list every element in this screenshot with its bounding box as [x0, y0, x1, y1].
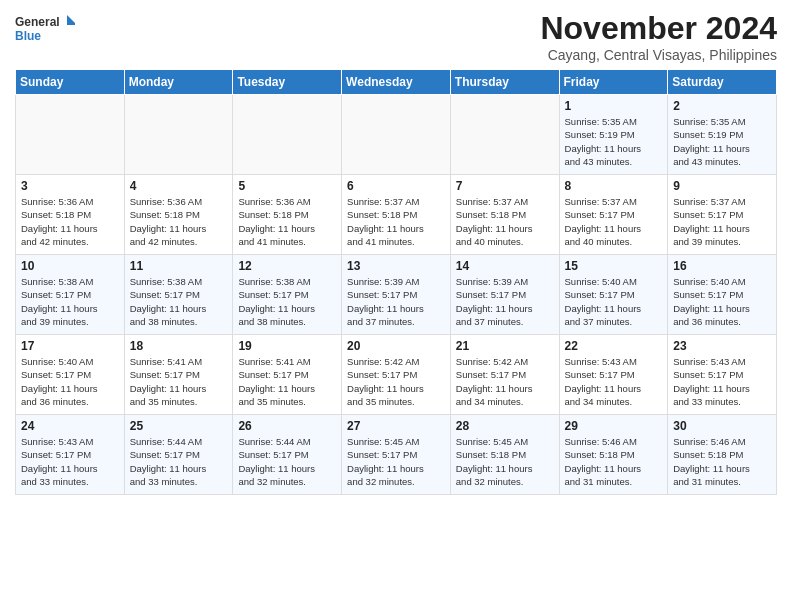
- calendar-cell: 23Sunrise: 5:43 AM Sunset: 5:17 PM Dayli…: [668, 335, 777, 415]
- day-number: 9: [673, 179, 771, 193]
- calendar-cell: 18Sunrise: 5:41 AM Sunset: 5:17 PM Dayli…: [124, 335, 233, 415]
- day-number: 13: [347, 259, 445, 273]
- calendar-cell: [16, 95, 125, 175]
- day-number: 19: [238, 339, 336, 353]
- weekday-header: Friday: [559, 70, 668, 95]
- day-info: Sunrise: 5:40 AM Sunset: 5:17 PM Dayligh…: [21, 355, 119, 408]
- page-header: General Blue November 2024 Cayang, Centr…: [15, 10, 777, 63]
- day-number: 27: [347, 419, 445, 433]
- day-number: 15: [565, 259, 663, 273]
- calendar-week-row: 1Sunrise: 5:35 AM Sunset: 5:19 PM Daylig…: [16, 95, 777, 175]
- day-info: Sunrise: 5:46 AM Sunset: 5:18 PM Dayligh…: [565, 435, 663, 488]
- day-number: 7: [456, 179, 554, 193]
- calendar-cell: 17Sunrise: 5:40 AM Sunset: 5:17 PM Dayli…: [16, 335, 125, 415]
- calendar-cell: 11Sunrise: 5:38 AM Sunset: 5:17 PM Dayli…: [124, 255, 233, 335]
- day-number: 21: [456, 339, 554, 353]
- calendar-week-row: 24Sunrise: 5:43 AM Sunset: 5:17 PM Dayli…: [16, 415, 777, 495]
- day-number: 3: [21, 179, 119, 193]
- day-number: 17: [21, 339, 119, 353]
- logo: General Blue: [15, 10, 75, 50]
- calendar-cell: 9Sunrise: 5:37 AM Sunset: 5:17 PM Daylig…: [668, 175, 777, 255]
- day-info: Sunrise: 5:35 AM Sunset: 5:19 PM Dayligh…: [673, 115, 771, 168]
- day-number: 22: [565, 339, 663, 353]
- calendar-cell: 19Sunrise: 5:41 AM Sunset: 5:17 PM Dayli…: [233, 335, 342, 415]
- calendar-week-row: 3Sunrise: 5:36 AM Sunset: 5:18 PM Daylig…: [16, 175, 777, 255]
- day-number: 26: [238, 419, 336, 433]
- day-info: Sunrise: 5:45 AM Sunset: 5:18 PM Dayligh…: [456, 435, 554, 488]
- day-info: Sunrise: 5:44 AM Sunset: 5:17 PM Dayligh…: [130, 435, 228, 488]
- day-number: 20: [347, 339, 445, 353]
- calendar-week-row: 17Sunrise: 5:40 AM Sunset: 5:17 PM Dayli…: [16, 335, 777, 415]
- calendar-header: SundayMondayTuesdayWednesdayThursdayFrid…: [16, 70, 777, 95]
- day-number: 5: [238, 179, 336, 193]
- calendar-cell: 30Sunrise: 5:46 AM Sunset: 5:18 PM Dayli…: [668, 415, 777, 495]
- calendar-cell: 14Sunrise: 5:39 AM Sunset: 5:17 PM Dayli…: [450, 255, 559, 335]
- day-number: 10: [21, 259, 119, 273]
- calendar-cell: 28Sunrise: 5:45 AM Sunset: 5:18 PM Dayli…: [450, 415, 559, 495]
- weekday-header: Tuesday: [233, 70, 342, 95]
- day-info: Sunrise: 5:43 AM Sunset: 5:17 PM Dayligh…: [565, 355, 663, 408]
- calendar-cell: 1Sunrise: 5:35 AM Sunset: 5:19 PM Daylig…: [559, 95, 668, 175]
- day-number: 25: [130, 419, 228, 433]
- day-number: 8: [565, 179, 663, 193]
- day-number: 24: [21, 419, 119, 433]
- location: Cayang, Central Visayas, Philippines: [540, 47, 777, 63]
- calendar-cell: 12Sunrise: 5:38 AM Sunset: 5:17 PM Dayli…: [233, 255, 342, 335]
- day-info: Sunrise: 5:37 AM Sunset: 5:18 PM Dayligh…: [347, 195, 445, 248]
- day-info: Sunrise: 5:40 AM Sunset: 5:17 PM Dayligh…: [565, 275, 663, 328]
- title-block: November 2024 Cayang, Central Visayas, P…: [540, 10, 777, 63]
- weekday-header: Sunday: [16, 70, 125, 95]
- calendar-cell: 5Sunrise: 5:36 AM Sunset: 5:18 PM Daylig…: [233, 175, 342, 255]
- calendar-cell: 20Sunrise: 5:42 AM Sunset: 5:17 PM Dayli…: [342, 335, 451, 415]
- calendar-cell: 21Sunrise: 5:42 AM Sunset: 5:17 PM Dayli…: [450, 335, 559, 415]
- day-info: Sunrise: 5:44 AM Sunset: 5:17 PM Dayligh…: [238, 435, 336, 488]
- day-number: 14: [456, 259, 554, 273]
- day-number: 18: [130, 339, 228, 353]
- weekday-header: Thursday: [450, 70, 559, 95]
- day-number: 12: [238, 259, 336, 273]
- day-info: Sunrise: 5:38 AM Sunset: 5:17 PM Dayligh…: [238, 275, 336, 328]
- day-info: Sunrise: 5:36 AM Sunset: 5:18 PM Dayligh…: [130, 195, 228, 248]
- calendar-cell: [342, 95, 451, 175]
- day-info: Sunrise: 5:37 AM Sunset: 5:18 PM Dayligh…: [456, 195, 554, 248]
- day-info: Sunrise: 5:42 AM Sunset: 5:17 PM Dayligh…: [456, 355, 554, 408]
- calendar-cell: 2Sunrise: 5:35 AM Sunset: 5:19 PM Daylig…: [668, 95, 777, 175]
- day-number: 1: [565, 99, 663, 113]
- day-info: Sunrise: 5:37 AM Sunset: 5:17 PM Dayligh…: [673, 195, 771, 248]
- day-info: Sunrise: 5:35 AM Sunset: 5:19 PM Dayligh…: [565, 115, 663, 168]
- weekday-header: Wednesday: [342, 70, 451, 95]
- calendar-table: SundayMondayTuesdayWednesdayThursdayFrid…: [15, 69, 777, 495]
- calendar-cell: 27Sunrise: 5:45 AM Sunset: 5:17 PM Dayli…: [342, 415, 451, 495]
- day-number: 28: [456, 419, 554, 433]
- calendar-cell: 10Sunrise: 5:38 AM Sunset: 5:17 PM Dayli…: [16, 255, 125, 335]
- calendar-cell: 8Sunrise: 5:37 AM Sunset: 5:17 PM Daylig…: [559, 175, 668, 255]
- calendar-cell: 25Sunrise: 5:44 AM Sunset: 5:17 PM Dayli…: [124, 415, 233, 495]
- day-info: Sunrise: 5:41 AM Sunset: 5:17 PM Dayligh…: [238, 355, 336, 408]
- day-number: 4: [130, 179, 228, 193]
- day-number: 6: [347, 179, 445, 193]
- day-number: 29: [565, 419, 663, 433]
- day-info: Sunrise: 5:46 AM Sunset: 5:18 PM Dayligh…: [673, 435, 771, 488]
- day-info: Sunrise: 5:42 AM Sunset: 5:17 PM Dayligh…: [347, 355, 445, 408]
- calendar-cell: 4Sunrise: 5:36 AM Sunset: 5:18 PM Daylig…: [124, 175, 233, 255]
- day-number: 23: [673, 339, 771, 353]
- calendar-cell: [124, 95, 233, 175]
- weekday-header: Saturday: [668, 70, 777, 95]
- day-info: Sunrise: 5:38 AM Sunset: 5:17 PM Dayligh…: [21, 275, 119, 328]
- day-number: 30: [673, 419, 771, 433]
- day-info: Sunrise: 5:45 AM Sunset: 5:17 PM Dayligh…: [347, 435, 445, 488]
- calendar-cell: 6Sunrise: 5:37 AM Sunset: 5:18 PM Daylig…: [342, 175, 451, 255]
- day-info: Sunrise: 5:43 AM Sunset: 5:17 PM Dayligh…: [21, 435, 119, 488]
- calendar-cell: [233, 95, 342, 175]
- calendar-cell: 29Sunrise: 5:46 AM Sunset: 5:18 PM Dayli…: [559, 415, 668, 495]
- month-year: November 2024: [540, 10, 777, 47]
- day-info: Sunrise: 5:40 AM Sunset: 5:17 PM Dayligh…: [673, 275, 771, 328]
- calendar-cell: 24Sunrise: 5:43 AM Sunset: 5:17 PM Dayli…: [16, 415, 125, 495]
- calendar-cell: 7Sunrise: 5:37 AM Sunset: 5:18 PM Daylig…: [450, 175, 559, 255]
- svg-text:Blue: Blue: [15, 29, 41, 43]
- day-number: 11: [130, 259, 228, 273]
- day-number: 2: [673, 99, 771, 113]
- day-info: Sunrise: 5:38 AM Sunset: 5:17 PM Dayligh…: [130, 275, 228, 328]
- day-info: Sunrise: 5:36 AM Sunset: 5:18 PM Dayligh…: [238, 195, 336, 248]
- calendar-cell: 3Sunrise: 5:36 AM Sunset: 5:18 PM Daylig…: [16, 175, 125, 255]
